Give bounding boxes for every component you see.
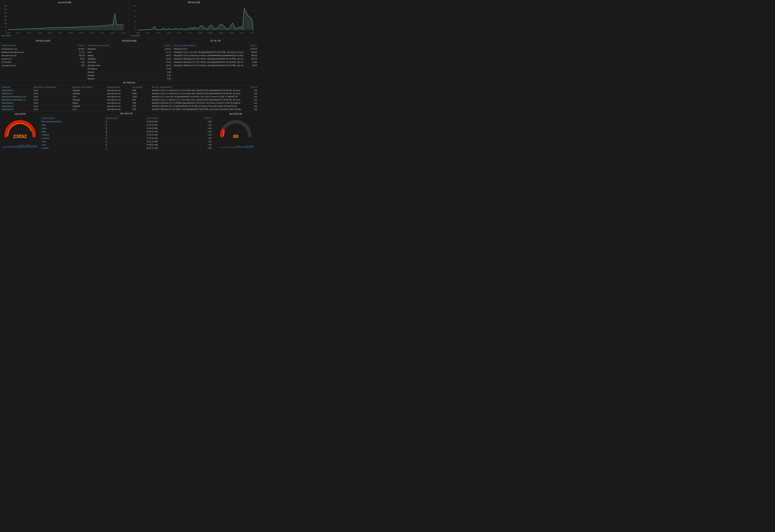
- blog-chart-svg: 5.0 4.0 3.0 2.0 1.0 0 12:00 12:30 13:00 …: [131, 5, 257, 35]
- api-log-row: /me/blog [] 17:10:38.163 1.00: [40, 137, 213, 140]
- api-total-panel: 接口请求总量 68: [213, 111, 259, 177]
- city-cell: Beijing: [86, 54, 147, 57]
- domain-table-row: _frp.aiprose.com3.00: [0, 64, 86, 67]
- client-domain: www.aiprose.com: [106, 108, 131, 111]
- api-log-col-header-1[interactable]: level.keyword: [104, 116, 145, 120]
- blog-chart-title: 博客实时流量: [131, 1, 257, 4]
- client-agent: Mozilla/5.0 (Linux; U; Android 5.0.2; zh…: [150, 98, 244, 102]
- nginx-chart-svg: 350 300 250 200 150 100 50 0: [2, 5, 127, 35]
- city-cell: Xiamen: [86, 70, 147, 74]
- client-agent: Mozilla/5.0 (Windows NT 6.3; WOW64) Appl…: [150, 102, 244, 105]
- svg-text:0: 0: [6, 29, 7, 31]
- city-count-header[interactable]: Count: [147, 44, 172, 47]
- api-log-col-header-3[interactable]: Count: [185, 116, 213, 120]
- svg-text:12:30: 12:30: [145, 32, 149, 34]
- ua-count-cell: 93.00: [247, 61, 259, 64]
- svg-text:13:00: 13:00: [27, 32, 31, 34]
- svg-text:12:30: 12:30: [16, 32, 20, 34]
- api-log-row: /note [] 15:11:12.980 1.00: [40, 140, 213, 143]
- nginx-gauge-title: nginx总请求: [14, 113, 26, 115]
- svg-text:17:30: 17:30: [121, 32, 125, 34]
- city-cell: Nanjing: [86, 74, 147, 77]
- city-count-cell: 9.00: [147, 70, 172, 74]
- svg-text:100: 100: [4, 23, 7, 24]
- client-col-header-6[interactable]: Count: [244, 85, 259, 89]
- ua-col-header[interactable]: http_user_agent.keyword: [172, 44, 247, 47]
- ua-table-panel: 用户客户端 http_user_agent.keyword Count Mant…: [172, 38, 259, 80]
- api-url: /login: [40, 130, 104, 133]
- api-log-row: /note [] 15:49:13.345 1.00: [40, 143, 213, 147]
- api-time: 17:04:04.402: [145, 133, 185, 137]
- svg-text:3.0: 3.0: [134, 16, 136, 17]
- city-col-header[interactable]: geoip.city_name.keyword: [86, 44, 147, 47]
- svg-text:14:30: 14:30: [187, 32, 191, 34]
- api-log-col-header-0[interactable]: resturl.keyword: [40, 116, 104, 120]
- client-country: China: [32, 98, 71, 102]
- client-city: Shanghai: [71, 92, 106, 95]
- api-count: 1.00: [185, 140, 213, 143]
- client-size: 38341: [131, 92, 150, 95]
- domain-table-panel: 请求域名垃圾榜 domian.keyword Count es.frp.aipr…: [0, 38, 86, 80]
- ua-table-row: Mozilla/5.0 (X11; Linux x86_64) AppleWeb…: [172, 51, 259, 54]
- client-col-header-4[interactable]: size.keyword: [131, 85, 150, 89]
- city-table-row: Beijing54.00: [86, 54, 172, 57]
- city-cell: Boydton: [86, 77, 147, 80]
- client-col-header-1[interactable]: geoip.country_name.keyword: [32, 85, 71, 89]
- client-count: 2.00: [244, 95, 259, 98]
- ua-cell: Mozilla/5.0 (Linux; Android 6.0; Nexus 5…: [172, 54, 247, 57]
- client-count: 1.00: [244, 108, 259, 111]
- api-log-row: /me/blog [] 17:04:04.402 1.00: [40, 133, 213, 137]
- domain-count-header[interactable]: Count: [62, 44, 86, 47]
- api-log-row: /login [] 14:54:10.296 1.00: [40, 130, 213, 133]
- ua-count-cell: 182.00: [247, 57, 259, 61]
- client-col-header-0[interactable]: url.keyword: [0, 85, 32, 89]
- client-col-header-3[interactable]: domian.keyword: [106, 85, 131, 89]
- api-time: 17:10:38.163: [145, 137, 185, 140]
- client-url: /static/js/layer.js: [0, 105, 32, 108]
- client-size: 11493: [131, 95, 150, 98]
- api-level: []: [104, 137, 145, 140]
- domain-cell: dashboard.frp.aiprose.com: [0, 51, 62, 54]
- city-table-row: Mountain View20.00: [86, 64, 172, 67]
- ua-cell: Mozilla/5.0 (Windows NT 10.0; Win64; x64…: [172, 57, 247, 61]
- client-col-header-5[interactable]: http_user_agent.keyword: [150, 85, 244, 89]
- city-table: geoip.city_name.keyword Count Hangzhou21…: [86, 44, 172, 80]
- city-cell: Mountain View: [86, 64, 147, 67]
- api-url: /iframe/blog.html?id=26: [40, 120, 104, 123]
- client-city: Shanghai: [71, 98, 106, 102]
- ua-table: http_user_agent.keyword Count Manticore …: [172, 44, 259, 67]
- client-city: Xi'an: [71, 95, 106, 98]
- domain-col-header[interactable]: domian.keyword: [0, 44, 62, 47]
- blog-chart-area: 5.0 4.0 3.0 2.0 1.0 0 12:00 12:30 13:00 …: [131, 5, 257, 34]
- domain-table: domian.keyword Count es.frp.aiprose.com2…: [0, 44, 86, 67]
- svg-text:50: 50: [5, 26, 7, 28]
- client-count: 2.00: [244, 89, 259, 92]
- domain-table-row: aiprose.com74.00: [0, 57, 86, 61]
- svg-text:16:30: 16:30: [229, 32, 233, 34]
- domain-count-cell: 21.64 K: [62, 47, 86, 51]
- client-count: 2.00: [244, 92, 259, 95]
- svg-text:14:00: 14:00: [177, 32, 181, 34]
- city-count-cell: 21.66 K: [147, 47, 172, 51]
- client-url: /static/js/layer.js: [0, 102, 32, 105]
- api-total-mini-chart: [214, 141, 258, 148]
- api-total-title: 接口请求总量: [230, 113, 242, 115]
- api-count: 1.00: [185, 120, 213, 123]
- ua-cell: Mozilla/5.0 (X11; Linux x86_64) AppleWeb…: [172, 51, 247, 54]
- svg-marker-28: [8, 13, 124, 30]
- client-count: 2.00: [244, 98, 259, 102]
- api-time: 14:54:10.296: [145, 130, 185, 133]
- nginx-chart-panel: nginx实时流量 350 300 250 200 150 100 50 0: [0, 0, 129, 38]
- city-count-cell: 5.00: [147, 74, 172, 77]
- client-table: url.keywordgeoip.country_name.keywordgeo…: [0, 85, 259, 111]
- client-url: /static/js/theme/default/icon.png: [0, 95, 32, 98]
- ua-count-header[interactable]: Count: [247, 44, 259, 47]
- ua-count-cell: 360.00: [247, 54, 259, 57]
- svg-marker-58: [218, 145, 253, 148]
- ua-table-row: Mozilla/5.0 (Windows NT 10.0; Win64; x64…: [172, 57, 259, 61]
- client-col-header-2[interactable]: geoip.city_name.keyword: [71, 85, 106, 89]
- svg-text:13:30: 13:30: [167, 32, 171, 34]
- svg-text:350: 350: [4, 5, 7, 7]
- client-country: China: [32, 102, 71, 105]
- api-log-col-header-2[interactable]: time.keyword: [145, 116, 185, 120]
